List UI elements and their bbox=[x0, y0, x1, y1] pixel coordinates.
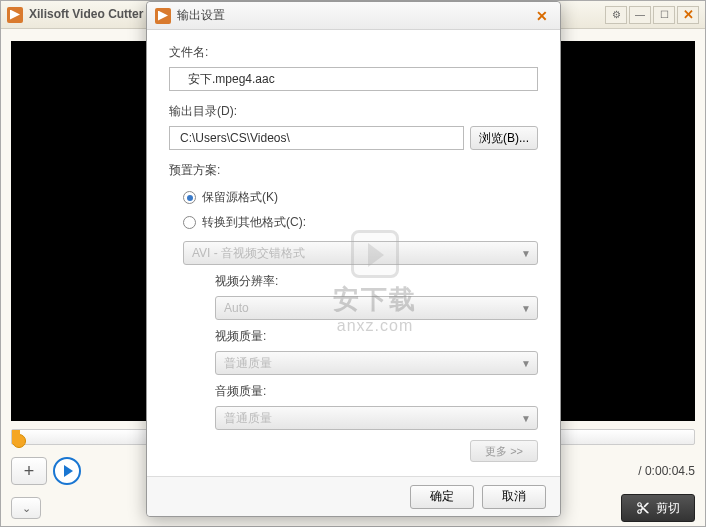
radio-convert-label: 转换到其他格式(C): bbox=[202, 214, 306, 231]
radio-convert[interactable]: 转换到其他格式(C): bbox=[183, 210, 538, 235]
close-button[interactable]: ✕ bbox=[677, 6, 699, 24]
play-button[interactable] bbox=[53, 457, 81, 485]
audio-quality-value: 普通质量 bbox=[224, 410, 272, 427]
video-quality-label: 视频质量: bbox=[215, 328, 538, 345]
dialog-title: 输出设置 bbox=[177, 7, 532, 24]
cancel-button[interactable]: 取消 bbox=[482, 485, 546, 509]
video-quality-value: 普通质量 bbox=[224, 355, 272, 372]
dialog-close-button[interactable]: ✕ bbox=[532, 7, 552, 25]
radio-icon bbox=[183, 216, 196, 229]
radio-keep-label: 保留源格式(K) bbox=[202, 189, 278, 206]
preset-label: 预置方案: bbox=[169, 162, 538, 179]
chevron-down-icon: ▼ bbox=[521, 303, 531, 314]
settings-icon[interactable]: ⚙ bbox=[605, 6, 627, 24]
add-segment-button[interactable]: + bbox=[11, 457, 47, 485]
radio-icon bbox=[183, 191, 196, 204]
dialog-logo-icon bbox=[155, 8, 171, 24]
radio-keep-source[interactable]: 保留源格式(K) bbox=[183, 185, 538, 210]
more-button[interactable]: 更多 >> bbox=[470, 440, 538, 462]
maximize-button[interactable]: ☐ bbox=[653, 6, 675, 24]
audio-quality-label: 音频质量: bbox=[215, 383, 538, 400]
filename-label: 文件名: bbox=[169, 44, 538, 61]
output-settings-dialog: 输出设置 ✕ 文件名: 输出目录(D): 浏览(B)... 预置方案: 保留源格… bbox=[146, 1, 561, 517]
expand-button[interactable]: ⌄ bbox=[11, 497, 41, 519]
chevron-down-icon: ▼ bbox=[521, 413, 531, 424]
filename-input[interactable] bbox=[169, 67, 538, 91]
outdir-label: 输出目录(D): bbox=[169, 103, 538, 120]
audio-quality-combo[interactable]: 普通质量 ▼ bbox=[215, 406, 538, 430]
minimize-button[interactable]: — bbox=[629, 6, 651, 24]
time-display: / 0:00:04.5 bbox=[638, 464, 695, 478]
ok-button[interactable]: 确定 bbox=[410, 485, 474, 509]
scissors-icon bbox=[636, 501, 650, 515]
dialog-titlebar: 输出设置 ✕ bbox=[147, 2, 560, 30]
app-logo-icon bbox=[7, 7, 23, 23]
browse-button[interactable]: 浏览(B)... bbox=[470, 126, 538, 150]
format-combo[interactable]: AVI - 音视频交错格式 ▼ bbox=[183, 241, 538, 265]
dialog-body: 文件名: 输出目录(D): 浏览(B)... 预置方案: 保留源格式(K) 转换… bbox=[147, 30, 560, 476]
video-res-combo[interactable]: Auto ▼ bbox=[215, 296, 538, 320]
chevron-down-icon: ▼ bbox=[521, 358, 531, 369]
outdir-input[interactable] bbox=[169, 126, 464, 150]
video-res-label: 视频分辨率: bbox=[215, 273, 538, 290]
video-quality-combo[interactable]: 普通质量 ▼ bbox=[215, 351, 538, 375]
dialog-footer: 确定 取消 bbox=[147, 476, 560, 516]
video-res-value: Auto bbox=[224, 301, 249, 315]
chevron-down-icon: ▼ bbox=[521, 248, 531, 259]
cut-button[interactable]: 剪切 bbox=[621, 494, 695, 522]
cut-button-label: 剪切 bbox=[656, 500, 680, 517]
format-value: AVI - 音视频交错格式 bbox=[192, 245, 305, 262]
